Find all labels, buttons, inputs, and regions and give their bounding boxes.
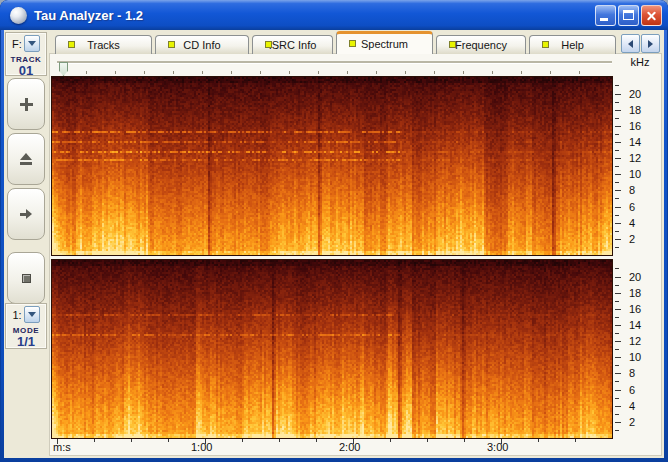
minimize-icon bbox=[600, 18, 608, 21]
tab-label: Help bbox=[561, 39, 584, 51]
position-slider-track[interactable] bbox=[57, 61, 612, 63]
plus-icon bbox=[20, 98, 33, 111]
time-tick-label: 1:00 bbox=[191, 441, 212, 453]
tab-bar: TracksCD InfoISRC InfoSpectrumFrequencyH… bbox=[55, 31, 616, 54]
app-sphere-icon bbox=[10, 7, 27, 24]
tab-frequency[interactable]: Frequency bbox=[436, 35, 526, 54]
position-slider-thumb[interactable] bbox=[59, 62, 68, 76]
tab-indicator-icon bbox=[265, 41, 272, 48]
arrow-left-icon bbox=[628, 40, 633, 48]
client-area: F: TRACK 01 1: MODE 1/1 TracksCD I bbox=[4, 30, 664, 458]
chevron-down-icon bbox=[28, 312, 36, 317]
time-tick bbox=[575, 439, 576, 442]
mode-combo-value: 1: bbox=[12, 309, 21, 321]
frequency-tick-label: 4 bbox=[629, 217, 635, 229]
track-number: 01 bbox=[7, 64, 45, 77]
frequency-tick bbox=[615, 231, 619, 232]
eject-button[interactable] bbox=[7, 133, 45, 185]
tab-cd-info[interactable]: CD Info bbox=[155, 35, 249, 54]
frequency-tick bbox=[615, 268, 619, 269]
next-button[interactable] bbox=[7, 188, 45, 240]
drive-track-group: F: TRACK 01 bbox=[5, 32, 47, 76]
minimize-button[interactable] bbox=[595, 5, 616, 26]
frequency-tick bbox=[615, 333, 619, 334]
slider-tick bbox=[231, 71, 232, 74]
tab-indicator-icon bbox=[449, 41, 456, 48]
frequency-tick bbox=[615, 207, 621, 208]
time-tick bbox=[464, 439, 465, 442]
add-button[interactable] bbox=[7, 78, 45, 130]
slider-tick bbox=[463, 71, 464, 74]
frequency-tick-label: 2 bbox=[629, 416, 635, 428]
frequency-tick-label: 8 bbox=[629, 184, 635, 196]
close-button[interactable] bbox=[641, 5, 662, 26]
frequency-tick bbox=[615, 406, 621, 407]
stop-icon bbox=[22, 274, 31, 283]
frequency-tick bbox=[615, 398, 619, 399]
slider-tick bbox=[289, 71, 290, 74]
frequency-tick bbox=[615, 247, 619, 248]
maximize-button[interactable] bbox=[618, 5, 639, 26]
drive-combo[interactable]: F: bbox=[7, 35, 45, 52]
slider-tick bbox=[347, 71, 348, 74]
frequency-tick bbox=[615, 150, 619, 151]
frequency-tick-label: 2 bbox=[629, 233, 635, 245]
time-axis-label: m:s bbox=[53, 441, 71, 453]
tab-label: CD Info bbox=[183, 39, 220, 51]
tab-indicator-icon bbox=[68, 41, 75, 48]
frequency-tick-label: 10 bbox=[629, 351, 641, 363]
spectrum-panel: kHz 24681012141618202468101214161820 m:s… bbox=[49, 53, 662, 456]
slider-tick bbox=[405, 71, 406, 74]
frequency-tick bbox=[615, 223, 621, 224]
frequency-tick-label: 14 bbox=[629, 319, 641, 331]
mode-combo-dropdown[interactable] bbox=[24, 306, 40, 323]
tab-scroll-right-button[interactable] bbox=[641, 34, 660, 53]
eject-icon bbox=[20, 153, 32, 165]
slider-tick bbox=[144, 71, 145, 74]
app-window: Tau Analyzer - 1.2 F: TRACK 01 bbox=[0, 0, 668, 462]
frequency-tick bbox=[615, 239, 621, 240]
mode-combo[interactable]: 1: bbox=[7, 306, 45, 323]
slider-tick bbox=[173, 71, 174, 74]
tab-tracks[interactable]: Tracks bbox=[55, 35, 152, 54]
slider-tick bbox=[492, 71, 493, 74]
frequency-tick bbox=[615, 277, 621, 278]
slider-tick bbox=[202, 71, 203, 74]
frequency-tick-label: 18 bbox=[629, 104, 641, 116]
time-tick-label: 3:00 bbox=[487, 441, 508, 453]
slider-tick bbox=[115, 71, 116, 74]
frequency-tick-label: 10 bbox=[629, 168, 641, 180]
time-tick bbox=[57, 439, 58, 444]
frequency-tick bbox=[615, 126, 621, 127]
tab-help[interactable]: Help bbox=[529, 35, 616, 54]
tab-isrc-info[interactable]: ISRC Info bbox=[252, 35, 333, 54]
frequency-tick bbox=[615, 158, 621, 159]
frequency-tick bbox=[615, 317, 619, 318]
tab-label: ISRC Info bbox=[269, 39, 317, 51]
time-tick bbox=[131, 439, 132, 442]
frequency-tick-label: 14 bbox=[629, 136, 641, 148]
tab-scroll-left-button[interactable] bbox=[621, 34, 640, 53]
frequency-tick-label: 18 bbox=[629, 287, 641, 299]
stop-button[interactable] bbox=[7, 252, 45, 304]
spectrogram-canvas-2 bbox=[52, 260, 612, 438]
frequency-tick bbox=[615, 381, 619, 382]
frequency-tick bbox=[615, 309, 621, 310]
frequency-tick bbox=[615, 422, 621, 423]
frequency-tick bbox=[615, 414, 619, 415]
frequency-tick bbox=[615, 102, 619, 103]
slider-tick bbox=[86, 71, 87, 74]
drive-combo-dropdown[interactable] bbox=[24, 35, 40, 52]
frequency-tick bbox=[615, 190, 621, 191]
frequency-tick bbox=[615, 430, 619, 431]
slider-tick bbox=[260, 71, 261, 74]
tab-indicator-icon bbox=[168, 41, 175, 48]
title-bar[interactable]: Tau Analyzer - 1.2 bbox=[0, 0, 668, 30]
frequency-tick-label: 20 bbox=[629, 271, 641, 283]
frequency-tick bbox=[615, 373, 621, 374]
frequency-tick bbox=[615, 110, 621, 111]
frequency-tick-label: 4 bbox=[629, 400, 635, 412]
frequency-tick-label: 12 bbox=[629, 152, 641, 164]
tab-spectrum[interactable]: Spectrum bbox=[336, 31, 433, 54]
frequency-tick bbox=[615, 85, 619, 86]
